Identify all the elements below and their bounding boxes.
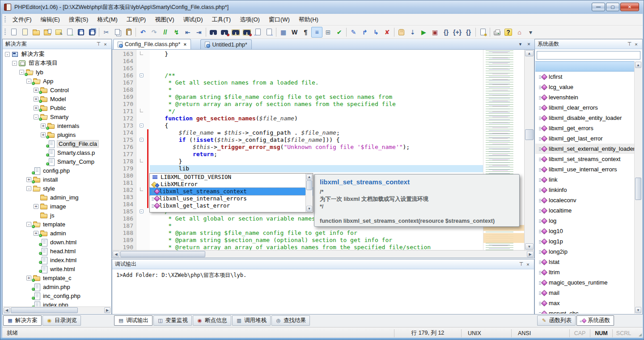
function-item-libxml_use_internal_errors[interactable]: libxml_use_internal_errors — [535, 164, 642, 174]
autocomplete-scrollbar[interactable]: ▲ ▼ — [305, 174, 313, 212]
line-number[interactable]: 182 — [112, 187, 133, 194]
tree-item-index-html[interactable]: index.html — [3, 255, 111, 264]
code-line-163[interactable]: 163 } — [112, 51, 484, 58]
code-text[interactable]: * Get all global or section variable nam… — [151, 215, 319, 222]
tree-item-smarty[interactable]: -Smarty — [3, 112, 111, 121]
tree-item-config-file-class[interactable]: Config_File.cla — [3, 139, 111, 148]
code-line-190[interactable]: 190 * @return array an array of variable… — [112, 244, 484, 250]
scroll-down-icon[interactable]: ▼ — [635, 307, 641, 313]
code-line-164[interactable]: 164 — [112, 58, 484, 65]
panel-tab-breakpoint-info[interactable]: ◉断点信息 — [193, 315, 231, 326]
next-marker-button[interactable]: ↱ — [359, 27, 370, 38]
word-wrap-button[interactable]: W — [289, 27, 300, 38]
cut-button[interactable]: ✂ — [101, 27, 112, 38]
tree-item-control[interactable]: +Control — [3, 85, 111, 94]
close-icon[interactable]: × — [633, 41, 640, 47]
line-number[interactable]: 186 — [112, 215, 133, 222]
panel-tab-function-list[interactable]: ✎函数列表 — [537, 315, 576, 326]
code-text[interactable]: /** — [151, 72, 175, 79]
home-button[interactable]: ⌂ — [514, 27, 525, 38]
line-number[interactable]: 167 — [112, 79, 133, 86]
line-number[interactable]: 174 — [112, 129, 133, 136]
menu-item-tools[interactable]: 工具(T) — [208, 15, 236, 24]
function-item-localtime[interactable]: localtime — [535, 205, 642, 216]
pan-hand-button[interactable] — [396, 27, 407, 38]
close-tab-icon[interactable]: × — [183, 42, 186, 47]
code-text[interactable]: * @return array an array of section name… — [151, 101, 396, 108]
function-search-input[interactable] — [537, 51, 640, 60]
editor-tab-untitled1-php[interactable]: Untitled1.php* — [200, 39, 252, 49]
tree-item-image[interactable]: +image — [3, 202, 111, 211]
insert-braces-button[interactable]: {} — [441, 27, 452, 38]
code-line-175[interactable]: 175- if (!isset($this->_config_data[$fil… — [112, 136, 484, 144]
goto-line-button[interactable] — [252, 27, 263, 38]
scroll-right-icon[interactable]: ▶ — [104, 307, 110, 313]
tree-item-smarty-class[interactable]: Smarty.class.p — [3, 148, 111, 157]
code-text[interactable]: * — [151, 86, 172, 94]
tree-item-internals[interactable]: +internals — [3, 121, 111, 130]
edit-marker-button[interactable]: ✎ — [348, 27, 359, 38]
code-text[interactable]: */ — [151, 108, 175, 115]
save-button[interactable] — [75, 27, 86, 38]
code-line-176[interactable]: 176 $this->_trigger_error_msg("Unknown c… — [112, 144, 484, 151]
toolbar-overflow-button[interactable]: ▾ — [525, 27, 536, 38]
code-line-177[interactable]: 177 return; — [112, 151, 484, 158]
clear-markers-button[interactable]: ✘ — [381, 27, 393, 38]
function-item-libxml_set_external_entity_loader[interactable]: libxml_set_external_entity_loader — [535, 144, 642, 154]
help-button[interactable]: ? — [503, 27, 514, 38]
line-number[interactable]: 177 — [112, 151, 133, 158]
panel-tab-system-functions[interactable]: 系统函数 — [576, 315, 614, 326]
comment-button[interactable]: // — [160, 27, 171, 38]
scroll-thumb[interactable] — [635, 178, 641, 200]
tree-item-project-lyb[interactable]: -留言本项目 — [3, 59, 111, 68]
panel-tab-call-stack[interactable]: ▥调用堆栈 — [232, 315, 271, 326]
document-outline-button[interactable]: ⊞ — [322, 27, 334, 38]
scroll-thumb[interactable] — [525, 129, 534, 140]
autocomplete-item[interactable]: libxml_get_last_error — [150, 202, 313, 209]
new-from-template-button[interactable] — [19, 27, 30, 38]
pin-icon[interactable]: ⊤ — [95, 41, 102, 47]
function-item-lcg_value[interactable]: lcg_value — [535, 82, 642, 92]
function-item-mail[interactable]: mail — [535, 288, 642, 298]
match-braces-button[interactable]: {+} — [452, 27, 463, 38]
code-line-170[interactable]: 170 * @return array an array of section … — [112, 101, 484, 108]
code-text[interactable]: } — [151, 51, 168, 58]
line-number[interactable]: 168 — [112, 86, 133, 94]
menu-item-edit[interactable]: 编辑(E) — [36, 15, 64, 24]
code-line-189[interactable]: 189 * @param string $section_name (optio… — [112, 237, 484, 244]
menu-item-window[interactable]: 窗口(W) — [264, 15, 294, 24]
scroll-down-icon[interactable]: ▼ — [525, 243, 534, 250]
autocomplete-item[interactable]: libxml_use_internal_errors — [150, 195, 313, 202]
code-line-167[interactable]: 167 * Get all section names from a loade… — [112, 79, 484, 86]
edit-template-button[interactable] — [53, 27, 64, 38]
panel-tab-solution[interactable]: ▦解决方案 — [3, 315, 42, 326]
panel-tab-variable-watch[interactable]: ◫变量监视 — [153, 315, 192, 326]
code-text[interactable]: $this->_trigger_error_msg("Unknown confi… — [151, 144, 410, 151]
autocomplete-item[interactable]: libxml_set_streams_context — [150, 188, 313, 195]
scroll-thumb[interactable] — [11, 307, 78, 313]
line-number[interactable]: 166 — [112, 72, 133, 79]
line-number[interactable]: 189 — [112, 237, 133, 244]
line-number[interactable]: 187 — [112, 222, 133, 230]
run-button[interactable]: ▶ — [418, 27, 429, 38]
line-number[interactable]: 184 — [112, 201, 133, 208]
code-text[interactable]: { — [151, 122, 168, 129]
fold-collapse-icon[interactable]: - — [138, 209, 144, 214]
code-text[interactable]: if (!isset($this->_config_data[$file_nam… — [151, 136, 340, 144]
line-number[interactable]: 169 — [112, 94, 133, 101]
menu-item-view[interactable]: 视图(V) — [150, 15, 178, 24]
code-text[interactable]: * @param string $file_name config file t… — [151, 94, 392, 101]
expand-icon[interactable]: + — [26, 276, 31, 280]
resize-grip[interactable]: ◢ — [635, 330, 642, 337]
function-item-lstat[interactable]: lstat — [535, 257, 642, 267]
new-file-button[interactable] — [8, 27, 19, 38]
menu-item-project[interactable]: 工程(P) — [122, 15, 150, 24]
tab-list-dropdown-icon[interactable]: ▼ — [517, 41, 524, 47]
scroll-up-icon[interactable]: ▲ — [635, 62, 641, 68]
replace-in-files-button[interactable] — [241, 27, 252, 38]
function-item-linkinfo[interactable]: linkinfo — [535, 185, 642, 195]
expand-icon[interactable]: + — [41, 123, 46, 128]
line-number[interactable]: 178 — [112, 158, 133, 165]
code-text[interactable]: return; — [151, 151, 217, 158]
function-item-localeconv[interactable]: localeconv — [535, 195, 642, 205]
